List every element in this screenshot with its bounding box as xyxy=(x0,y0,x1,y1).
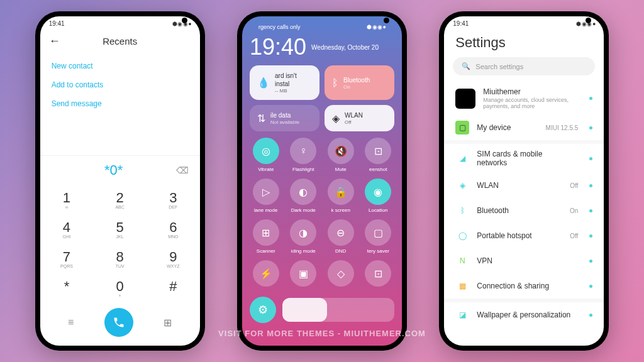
toggle-icon: ⊖ xyxy=(328,219,354,246)
row-value: Off xyxy=(570,182,578,189)
device-row[interactable]: ▢ My device MIUI 12.5.5 xyxy=(444,115,604,140)
toggle-icon: ▢ xyxy=(365,219,391,246)
avatar xyxy=(455,89,475,109)
key-3[interactable]: 3DEF xyxy=(147,185,200,214)
toggle-k screen[interactable]: 🔒k screen xyxy=(325,178,357,213)
key-1[interactable]: 1∞ xyxy=(40,185,94,214)
toggle-Dark mode[interactable]: ◐Dark mode xyxy=(287,178,319,213)
key-0[interactable]: 0+ xyxy=(93,273,147,303)
toggle-Location[interactable]: ◉Location xyxy=(362,178,394,213)
toggle-DND[interactable]: ⊖DND xyxy=(325,219,357,254)
widget-WLAN[interactable]: ◈WLANOff xyxy=(325,105,394,131)
toggle-icon: ⊞ xyxy=(253,219,279,246)
key-*[interactable]: * xyxy=(40,273,94,303)
camera-punch xyxy=(384,18,389,23)
widget-ard-isn't-instal[interactable]: 💧ard isn't instal-- MB xyxy=(250,65,319,100)
widget-icon: ᛒ xyxy=(332,77,338,89)
widget-icon: ⇅ xyxy=(257,112,265,124)
row-icon: ◢ xyxy=(455,151,469,165)
row-label: Portable hotspot xyxy=(477,231,562,240)
toggle-icon: ▣ xyxy=(290,260,316,287)
phone-settings: 19:41 ⬢ ◉ ◉ ● Settings 🔍 Search settings… xyxy=(439,11,609,351)
status-icons: ⬢ ◉ ◉ ● xyxy=(367,24,386,30)
settings-row[interactable]: ▦Connection & sharing xyxy=(444,273,604,299)
camera-punch xyxy=(182,18,187,23)
link-add-contacts[interactable]: Add to contacts xyxy=(52,75,189,94)
settings-button[interactable]: ⚙ xyxy=(250,297,276,323)
toggle-tery saver[interactable]: ▢tery saver xyxy=(362,219,394,254)
key-7[interactable]: 7PQRS xyxy=(40,244,94,273)
settings-row[interactable]: ◪Wallpaper & personalization xyxy=(444,302,604,327)
toggle-Scanner[interactable]: ⊞Scanner xyxy=(250,219,282,254)
settings-row[interactable]: NVPN xyxy=(444,248,604,273)
indicator-dot xyxy=(589,285,592,288)
menu-icon[interactable]: ≡ xyxy=(68,317,74,328)
toggle-extra[interactable]: ◇ xyxy=(325,260,357,289)
row-label: WLAN xyxy=(477,181,562,190)
status-bar: rgency calls only ⬢ ◉ ◉ ● xyxy=(250,20,394,33)
toggle-Mute[interactable]: 🔇Mute xyxy=(325,138,357,172)
backspace-icon[interactable]: ⌫ xyxy=(176,165,189,175)
search-icon: 🔍 xyxy=(462,62,470,70)
link-new-contact[interactable]: New contact xyxy=(52,57,189,75)
toggle-icon: ⚡ xyxy=(253,260,279,287)
key-9[interactable]: 9WXYZ xyxy=(147,244,200,273)
toggle-lane mode[interactable]: ▷lane mode xyxy=(250,178,282,213)
key-4[interactable]: 4GHI xyxy=(40,214,94,244)
toggle-extra[interactable]: ▣ xyxy=(287,260,319,289)
indicator-dot xyxy=(589,209,592,212)
row-icon: ▦ xyxy=(455,279,469,293)
dialpad-icon[interactable]: ⊞ xyxy=(164,317,172,329)
key-5[interactable]: 5JKL xyxy=(93,214,147,244)
key-#[interactable]: # xyxy=(147,273,200,303)
toggle-eenshot[interactable]: ⊡eenshot xyxy=(362,138,394,172)
key-6[interactable]: 6MNO xyxy=(147,214,200,244)
call-button[interactable] xyxy=(104,308,133,337)
search-input[interactable]: 🔍 Search settings xyxy=(453,57,595,75)
toggle-extra[interactable]: ⚡ xyxy=(250,260,282,289)
toggle-Flashlight[interactable]: ♀Flashlight xyxy=(287,138,319,172)
row-label: Bluetooth xyxy=(477,206,562,215)
date: Wednesday, October 20 xyxy=(311,44,379,51)
row-label: VPN xyxy=(477,256,570,265)
widget-ile-data[interactable]: ⇅ile dataNot available xyxy=(250,105,319,131)
row-icon: ◯ xyxy=(455,229,469,243)
widget-icon: 💧 xyxy=(257,77,270,89)
page-title: Settings xyxy=(444,30,604,57)
widget-Bluetooth[interactable]: ᛒBluetoothOn xyxy=(325,65,394,100)
indicator-dot xyxy=(589,97,592,100)
brightness-slider[interactable] xyxy=(282,298,394,322)
link-send-message[interactable]: Send message xyxy=(52,94,189,113)
widget-icon: ◈ xyxy=(332,112,340,124)
account-desc: Manage accounts, cloud services, payment… xyxy=(483,97,578,109)
row-value: On xyxy=(570,207,578,214)
account-row[interactable]: Miuithemer Manage accounts, cloud servic… xyxy=(444,82,604,115)
back-icon[interactable]: ← xyxy=(49,35,60,48)
indicator-dot xyxy=(589,126,592,129)
status-time: 19:41 xyxy=(453,20,469,27)
toggle-icon: 🔒 xyxy=(328,178,354,205)
key-2[interactable]: 2ABC xyxy=(93,185,147,214)
settings-row[interactable]: ◈WLANOff xyxy=(444,173,604,198)
dial-input: *0* xyxy=(52,162,176,178)
toggle-iding mode[interactable]: ◑iding mode xyxy=(287,219,319,254)
indicator-dot xyxy=(589,184,592,187)
toggle-icon: ⊡ xyxy=(365,138,391,164)
indicator-dot xyxy=(589,234,592,238)
toggle-Vibrate[interactable]: ◎Vibrate xyxy=(250,138,282,172)
row-label: My device xyxy=(477,123,538,132)
toggle-icon: ◐ xyxy=(290,178,316,205)
indicator-dot xyxy=(589,157,592,160)
toggle-extra[interactable]: ⊡ xyxy=(362,260,394,289)
key-8[interactable]: 8TUV xyxy=(93,244,147,273)
account-name: Miuithemer xyxy=(483,87,578,96)
settings-row[interactable]: ᛒBluetoothOn xyxy=(444,198,604,223)
row-label: SIM cards & mobile networks xyxy=(477,150,570,167)
row-label: Connection & sharing xyxy=(477,282,570,290)
row-icon: N xyxy=(455,254,469,268)
phone-dialer: 19:41 ⬢ ◉ ◉ ● ← Recents New contact Add … xyxy=(35,11,205,351)
toggle-icon: 🔇 xyxy=(328,138,354,164)
settings-row[interactable]: ◢SIM cards & mobile networks xyxy=(444,144,604,173)
settings-row[interactable]: ◯Portable hotspotOff xyxy=(444,223,604,248)
search-placeholder: Search settings xyxy=(475,63,523,70)
